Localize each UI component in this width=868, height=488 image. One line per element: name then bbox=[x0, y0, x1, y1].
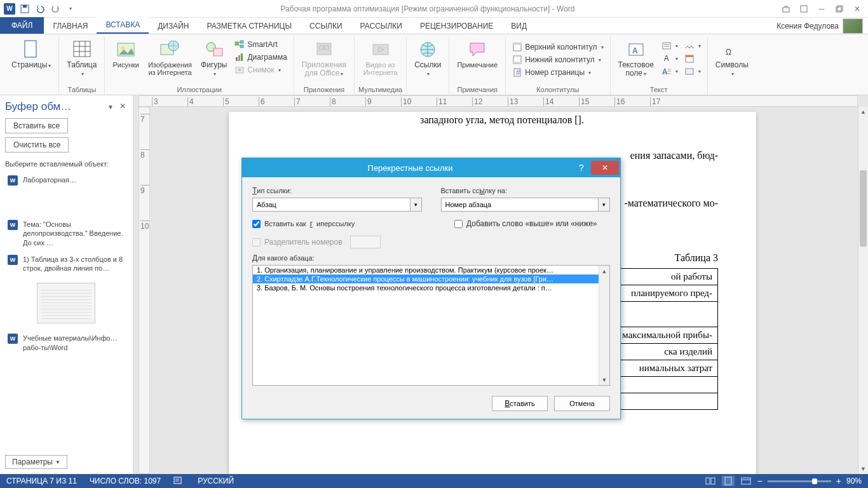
web-layout-icon[interactable] bbox=[740, 476, 752, 486]
svg-rect-45 bbox=[725, 477, 731, 485]
textbox-button[interactable]: A Текстовое поле▾ bbox=[614, 37, 658, 85]
group-text: Текст bbox=[650, 85, 668, 95]
zoom-slider[interactable] bbox=[768, 480, 831, 482]
save-icon[interactable] bbox=[18, 2, 32, 16]
status-page[interactable]: СТРАНИЦА 7 ИЗ 11 bbox=[6, 477, 77, 485]
svg-rect-23 bbox=[317, 43, 331, 55]
avatar[interactable] bbox=[843, 18, 863, 34]
group-media: Мультимедиа bbox=[358, 85, 402, 95]
pagenumber-button[interactable]: #Номер страницы▾ bbox=[510, 66, 606, 79]
chart-button[interactable]: Диаграмма bbox=[232, 51, 289, 64]
svg-rect-44 bbox=[711, 478, 715, 484]
datetime-button[interactable] bbox=[682, 52, 703, 65]
hyperlink-checkbox[interactable]: Вставить как гиперссылку bbox=[252, 219, 355, 228]
clipboard-item[interactable]: W1) Таблица из 3-х столбцов и 8 строк, д… bbox=[5, 251, 128, 277]
header-button[interactable]: Верхний колонтитул▾ bbox=[510, 41, 606, 53]
vertical-scrollbar[interactable]: ▲ ▼ bbox=[858, 107, 868, 474]
svg-text:#: # bbox=[516, 68, 520, 77]
close-pane-icon[interactable]: ✕ bbox=[118, 102, 128, 112]
smartart-button[interactable]: SmartArt bbox=[232, 38, 289, 51]
clipboard-params-button[interactable]: Параметры▼ bbox=[5, 455, 67, 469]
insert-reference-select[interactable]: Номер абзаца▾ bbox=[441, 198, 611, 212]
apps-button[interactable]: Приложения для Office▾ bbox=[298, 37, 350, 85]
clipboard-pane: Буфер обм… ▼ ✕ Вставить все Очистить все… bbox=[0, 95, 133, 474]
status-language[interactable]: РУССКИЙ bbox=[198, 477, 234, 485]
reference-type-select[interactable]: Абзац▾ bbox=[252, 198, 422, 212]
list-scrollbar[interactable]: ▲▼ bbox=[599, 266, 609, 385]
paste-all-button[interactable]: Вставить все bbox=[5, 118, 68, 133]
list-item[interactable]: 3. Базров, Б. М. Основы построения техно… bbox=[253, 283, 609, 292]
horizontal-ruler[interactable]: 34567891011121314151617 bbox=[139, 95, 858, 107]
table-button[interactable]: Таблица▾ bbox=[63, 37, 100, 85]
redo-icon[interactable] bbox=[48, 2, 62, 16]
comment-button[interactable]: Примечание bbox=[453, 37, 501, 85]
screenshot-button[interactable]: Снимок▾ bbox=[232, 64, 289, 76]
svg-rect-19 bbox=[238, 55, 240, 61]
svg-rect-14 bbox=[214, 48, 222, 56]
tab-design[interactable]: ДИЗАЙН bbox=[149, 18, 198, 34]
status-words[interactable]: ЧИСЛО СЛОВ: 1097 bbox=[90, 477, 161, 485]
svg-point-10 bbox=[121, 46, 125, 50]
clipboard-item[interactable]: WТема: "Основы делопроизводства." Введен… bbox=[5, 216, 128, 251]
vertical-ruler[interactable]: 78910 bbox=[139, 107, 150, 474]
status-spellcheck-icon[interactable] bbox=[173, 476, 185, 487]
group-apps: Приложения bbox=[304, 85, 344, 95]
clipboard-item[interactable]: WУчебные материалы\Инфо… рабо-ты\Word bbox=[5, 330, 128, 356]
paragraph-list[interactable]: 1. Организация, планирование и управлени… bbox=[252, 265, 610, 386]
quickparts-button[interactable]: ▾ bbox=[659, 39, 681, 52]
tab-insert[interactable]: ВСТАВКА bbox=[97, 17, 149, 34]
zoom-in-button[interactable]: + bbox=[836, 476, 841, 486]
maximize-icon[interactable] bbox=[831, 3, 848, 15]
tab-layout[interactable]: РАЗМЕТКА СТРАНИЦЫ bbox=[198, 18, 301, 34]
symbols-button[interactable]: Ω Символы▾ bbox=[712, 37, 752, 95]
ribbon-options-icon[interactable] bbox=[778, 3, 794, 15]
links-button[interactable]: Ссылки▾ bbox=[410, 37, 445, 95]
video-button[interactable]: Видео из Интернета bbox=[360, 37, 402, 85]
tab-file[interactable]: ФАЙЛ bbox=[0, 17, 44, 34]
chevron-down-icon[interactable]: ▼ bbox=[107, 104, 114, 111]
tab-references[interactable]: ССЫЛКИ bbox=[301, 18, 351, 34]
list-item[interactable]: 2. Схиртладзе А.Г.Технологические процес… bbox=[253, 274, 609, 283]
cancel-button[interactable]: Отмена bbox=[554, 396, 610, 411]
clipboard-title: Буфер обм… bbox=[5, 100, 107, 113]
tab-home[interactable]: ГЛАВНАЯ bbox=[44, 18, 97, 34]
minimize-icon[interactable]: ─ bbox=[813, 3, 830, 15]
tab-mailings[interactable]: РАССЫЛКИ bbox=[351, 18, 411, 34]
textbox-icon: A bbox=[626, 39, 646, 60]
read-mode-icon[interactable] bbox=[704, 476, 717, 486]
zoom-level[interactable]: 90% bbox=[846, 477, 862, 485]
user-name[interactable]: Ксения Федулова bbox=[776, 22, 839, 30]
fullscreen-icon[interactable] bbox=[796, 3, 812, 15]
shapes-button[interactable]: Фигуры▾ bbox=[197, 37, 231, 85]
insert-button[interactable]: Вставить bbox=[492, 396, 548, 411]
clipboard-item[interactable] bbox=[5, 276, 128, 330]
online-pictures-button[interactable]: Изображения из Интернета bbox=[144, 37, 196, 85]
pages-button[interactable]: Страницы▾ bbox=[8, 37, 55, 95]
signature-button[interactable]: ▾ bbox=[682, 39, 703, 52]
object-button[interactable]: ▾ bbox=[682, 65, 703, 78]
undo-icon[interactable] bbox=[33, 2, 47, 16]
zoom-out-button[interactable]: − bbox=[757, 476, 763, 486]
close-icon[interactable]: ✕ bbox=[849, 3, 865, 15]
footer-button[interactable]: Нижний колонтитул▾ bbox=[510, 53, 606, 66]
dialog-close-button[interactable]: ✕ bbox=[591, 161, 619, 175]
tab-review[interactable]: РЕЦЕНЗИРОВАНИЕ bbox=[411, 18, 502, 34]
wordart-button[interactable]: A▾ bbox=[659, 52, 681, 65]
print-layout-icon[interactable] bbox=[722, 476, 735, 486]
chart-icon bbox=[234, 52, 245, 62]
above-below-checkbox[interactable]: Добавить слово «выше» или «ниже» bbox=[454, 219, 610, 228]
online-pictures-icon bbox=[159, 39, 180, 60]
dropcap-icon: A bbox=[661, 66, 672, 76]
clipboard-item[interactable]: WЛабораторная… bbox=[5, 172, 128, 191]
tab-view[interactable]: ВИД bbox=[502, 18, 536, 34]
qat-customize-icon[interactable]: ▾ bbox=[64, 2, 78, 16]
list-item[interactable]: 1. Организация, планирование и управлени… bbox=[253, 266, 609, 274]
clear-all-button[interactable]: Очистить все bbox=[5, 137, 69, 152]
dialog-help-icon[interactable]: ? bbox=[572, 163, 591, 173]
svg-rect-16 bbox=[240, 41, 243, 43]
group-comments: Примечания bbox=[458, 85, 498, 95]
svg-text:A: A bbox=[662, 67, 668, 76]
picture-icon bbox=[116, 39, 136, 60]
pictures-button[interactable]: Рисунки bbox=[109, 37, 143, 85]
dropcap-button[interactable]: A▾ bbox=[659, 65, 681, 78]
